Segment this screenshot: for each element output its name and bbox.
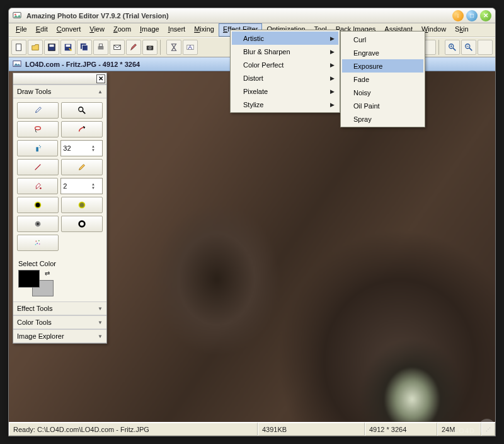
open-button[interactable] — [28, 40, 43, 55]
svg-rect-2 — [16, 44, 21, 51]
stroke-size-value: 2 — [63, 182, 91, 190]
submenu-arrow-icon: ▶ — [330, 102, 335, 108]
stroke-size-input[interactable]: 2▲▼ — [60, 178, 103, 194]
document-title: LO4D.com - Fritz.JPG - 4912 * 3264 — [25, 61, 140, 68]
palette-section-label: Draw Tools — [17, 88, 51, 95]
circle-filled-dark-tool[interactable] — [17, 197, 59, 213]
svg-point-37 — [79, 221, 85, 227]
zoom-out-button[interactable] — [461, 40, 476, 55]
color-swatch[interactable]: ⇄ — [18, 270, 57, 296]
svg-point-24 — [79, 107, 83, 112]
line-tool[interactable] — [17, 159, 59, 175]
minimize-button[interactable]: ↓ — [452, 10, 464, 21]
svg-point-39 — [38, 240, 40, 242]
svg-point-36 — [37, 223, 39, 225]
curve-tool[interactable] — [61, 121, 103, 137]
menuitem-oil-paint[interactable]: Oil Paint — [342, 99, 423, 112]
menu-convert[interactable]: Convert — [52, 23, 86, 37]
svg-text:A: A — [188, 44, 193, 50]
svg-point-33 — [35, 202, 41, 208]
maximize-button[interactable]: □ — [466, 10, 478, 21]
svg-point-29 — [40, 146, 40, 147]
menuitem-engrave[interactable]: Engrave — [342, 46, 423, 59]
eyedropper-tool[interactable] — [17, 102, 59, 119]
new-button[interactable] — [11, 40, 26, 55]
menu-edit[interactable]: Edit — [32, 23, 52, 37]
zoom-in-button[interactable] — [445, 40, 460, 55]
camera-button[interactable] — [142, 40, 158, 55]
swap-colors-icon[interactable]: ⇄ — [45, 270, 50, 277]
svg-point-34 — [79, 202, 85, 208]
toolbar-separator — [438, 40, 442, 55]
pencil-tool[interactable] — [61, 159, 103, 175]
print-button[interactable] — [93, 40, 108, 55]
menuitem-artistic[interactable]: Artistic▶ — [232, 32, 338, 45]
spinner-arrows[interactable]: ▲▼ — [91, 182, 100, 190]
svg-point-38 — [36, 241, 37, 242]
palette-section-label: Effect Tools — [17, 305, 52, 312]
palette-section-draw[interactable]: Draw Tools▲ — [13, 85, 106, 98]
spray-tool[interactable] — [17, 140, 58, 156]
svg-rect-9 — [98, 46, 104, 49]
chevron-down-icon: ▼ — [98, 334, 103, 339]
palette-header[interactable]: ✕ — [13, 73, 106, 85]
menu-zoom[interactable]: Zoom — [109, 23, 135, 37]
brush-button[interactable] — [126, 40, 141, 55]
foreground-color-swatch[interactable] — [18, 270, 40, 288]
chevron-down-icon: ▼ — [98, 320, 103, 325]
spinner-arrows[interactable]: ▲▼ — [91, 144, 100, 152]
circle-filled-green-tool[interactable] — [61, 197, 103, 213]
lasso-tool[interactable] — [17, 121, 59, 137]
menuitem-pixelate[interactable]: Pixelate▶ — [232, 85, 338, 98]
window-title: Amazing Photo Editor V7.9.2 (Trial Versi… — [26, 12, 450, 20]
palette-close-button[interactable]: ✕ — [96, 74, 105, 83]
statusbar: Ready: C:\LO4D.com\LO4D.com - Fritz.JPG … — [9, 422, 495, 436]
fill-tool[interactable] — [17, 178, 58, 194]
menu-image[interactable]: Image — [135, 23, 164, 37]
hourglass-button[interactable] — [166, 40, 181, 55]
status-filesize: 4391KB — [258, 423, 365, 436]
menuitem-exposure[interactable]: Exposure — [342, 59, 423, 73]
svg-rect-8 — [83, 45, 88, 51]
mail-button[interactable] — [110, 40, 125, 55]
menu-view[interactable]: View — [85, 23, 109, 37]
palette-section-explorer[interactable]: Image Explorer▼ — [13, 329, 106, 343]
palette-section-effect[interactable]: Effect Tools▼ — [13, 301, 106, 315]
palette-section-color[interactable]: Color Tools▼ — [13, 315, 106, 329]
ring-tool[interactable] — [61, 216, 103, 232]
menuitem-distort[interactable]: Distort▶ — [232, 71, 338, 85]
submenu-arrow-icon: ▶ — [330, 49, 335, 55]
zoom-fit-button[interactable] — [478, 40, 493, 55]
menuitem-noisy[interactable]: Noisy — [342, 86, 423, 99]
save-as-button[interactable] — [60, 40, 76, 55]
menuitem-curl[interactable]: Curl — [342, 33, 423, 46]
svg-point-28 — [39, 145, 40, 146]
menuitem-stylize[interactable]: Stylize▶ — [232, 98, 338, 111]
save-all-button[interactable] — [77, 40, 92, 55]
brush-size-value: 32 — [63, 144, 91, 152]
svg-point-42 — [35, 244, 37, 245]
status-dimensions: 4912 * 3264 — [365, 423, 437, 436]
tool-palette: ✕ Draw Tools▲ 32▲▼ 2▲▼ — [13, 73, 107, 344]
svg-point-40 — [37, 243, 38, 244]
magnifier-tool[interactable] — [61, 102, 103, 119]
draw-tool-grid: 32▲▼ 2▲▼ — [13, 98, 106, 255]
brush-size-input[interactable]: 32▲▼ — [60, 140, 103, 156]
select-color-section: Select Color ⇄ — [13, 255, 106, 301]
svg-rect-27 — [36, 147, 38, 151]
radial-gradient-tool[interactable] — [17, 216, 59, 232]
svg-point-41 — [39, 243, 40, 245]
menu-file[interactable]: File — [11, 23, 32, 37]
menuitem-spray[interactable]: Spray — [342, 112, 423, 126]
save-button[interactable] — [44, 40, 59, 55]
menu-skin[interactable]: Skin — [450, 23, 472, 37]
scatter-tool[interactable] — [17, 235, 59, 251]
menuitem-color-perfect[interactable]: Color Perfect▶ — [232, 58, 338, 71]
menuitem-fade[interactable]: Fade — [342, 73, 423, 86]
menu-mixing[interactable]: Mixing — [190, 23, 219, 37]
svg-line-21 — [469, 48, 472, 50]
close-button[interactable]: ✕ — [480, 10, 491, 21]
text-button[interactable]: A — [183, 40, 198, 55]
menuitem-blur-sharpen[interactable]: Blur & Sharpen▶ — [232, 45, 338, 58]
menu-insert[interactable]: Insert — [164, 23, 190, 37]
